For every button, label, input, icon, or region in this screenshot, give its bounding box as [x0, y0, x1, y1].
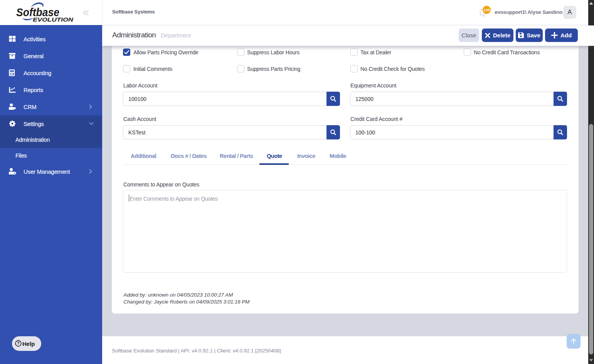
svg-text:?: ?: [17, 341, 19, 346]
svg-text:EVOLUTION: EVOLUTION: [33, 17, 74, 23]
